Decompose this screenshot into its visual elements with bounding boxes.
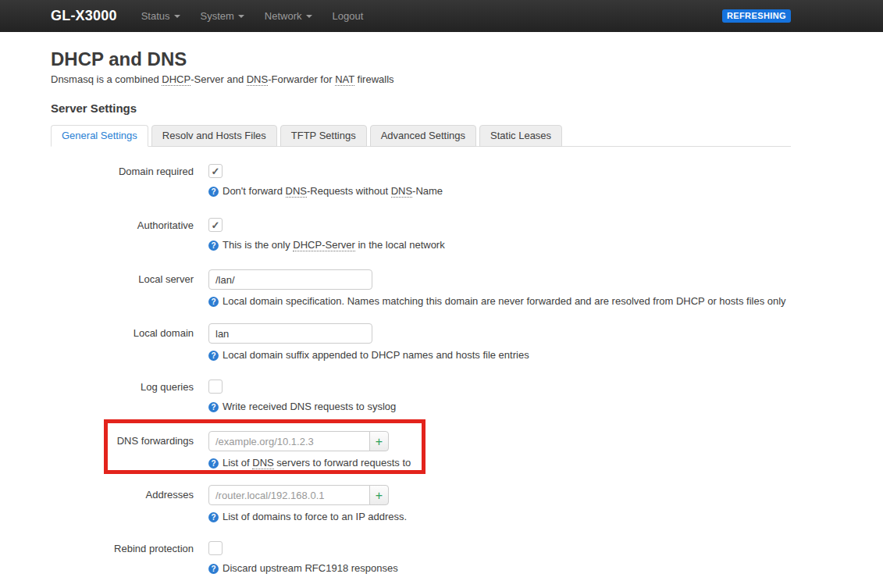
brand-logo[interactable]: GL-X3000 [51, 8, 117, 24]
field-label: Domain required [51, 162, 194, 216]
navbar-container: GL-X3000 Status System Network Logout RE… [51, 0, 791, 32]
field-label: Local server [51, 269, 194, 323]
tab-resolv-and-hosts-files[interactable]: Resolv and Hosts Files [151, 125, 277, 147]
field-row-addresses: Addresses + ?List of domains to force to… [51, 485, 791, 539]
help-text-content: List of DNS servers to forward requests … [223, 457, 411, 469]
checkmark-icon: ✓ [212, 166, 220, 176]
refreshing-status-badge: REFRESHING [722, 9, 791, 23]
help-text: ?This is the only DHCP-Server in the loc… [208, 239, 791, 251]
field-label: Log queries [51, 377, 194, 431]
field-label: Addresses [51, 485, 194, 539]
field-label: Authoritative [51, 216, 194, 269]
help-text: ?Don't forward DNS-Requests without DNS-… [208, 185, 791, 197]
dns-forwardings-input[interactable] [208, 431, 370, 451]
caret-down-icon [174, 15, 180, 18]
checkmark-icon: ✓ [212, 220, 220, 230]
help-text-content: List of domains to force to an IP addres… [223, 511, 407, 522]
field-row-log-queries: Log queries ✓ ?Write received DNS reques… [51, 377, 791, 431]
section-title: Server Settings [51, 102, 791, 115]
help-text: ?List of DNS servers to forward requests… [208, 457, 791, 469]
page-title: DHCP and DNS [51, 48, 791, 70]
caret-down-icon [238, 15, 244, 18]
nav-item-network-label: Network [265, 10, 302, 22]
caret-down-icon [306, 15, 312, 18]
nav-item-system-label: System [201, 10, 234, 22]
tab-tftp-settings[interactable]: TFTP Settings [280, 125, 367, 147]
subtitle-text: firewalls [354, 73, 394, 85]
field-label: DNS forwardings [51, 431, 194, 485]
help-text: ?Local domain suffix appended to DHCP na… [208, 349, 791, 361]
help-text: ?Local domain specification. Names match… [208, 295, 791, 307]
subtitle-text: Dnsmasq is a combined [51, 73, 162, 85]
add-entry-button[interactable]: + [369, 431, 389, 451]
help-text-content: Discard upstream RFC1918 responses [223, 562, 398, 574]
page-subtitle: Dnsmasq is a combined DHCP-Server and DN… [51, 73, 791, 86]
help-text: ?Write received DNS requests to syslog [208, 401, 791, 412]
field-row-local-server: Local server ?Local domain specification… [51, 269, 791, 323]
field-row-local-domain: Local domain ?Local domain suffix append… [51, 323, 791, 377]
tab-static-leases[interactable]: Static Leases [479, 125, 562, 147]
addresses-input-group: + [208, 485, 791, 505]
help-text-content: Don't forward DNS-Requests without DNS-N… [223, 185, 443, 197]
field-row-dns-forwardings: DNS forwardings + ?List of DNS servers t… [51, 431, 791, 485]
abbr-dhcp: DHCP [162, 73, 190, 86]
main-content: DHCP and DNS Dnsmasq is a combined DHCP-… [51, 48, 791, 588]
field-row-rebind-protection: Rebind protection ✓ ?Discard upstream RF… [51, 539, 791, 588]
help-icon: ? [208, 297, 219, 307]
rebind-protection-checkbox[interactable]: ✓ [208, 541, 223, 555]
abbr-dns: DNS [247, 73, 268, 86]
help-icon: ? [208, 402, 219, 412]
tab-advanced-settings[interactable]: Advanced Settings [370, 125, 476, 147]
server-settings-form: Domain required ✓ ?Don't forward DNS-Req… [51, 162, 791, 588]
nav-item-status[interactable]: Status [141, 10, 180, 22]
help-text: ?Discard upstream RFC1918 responses [208, 562, 791, 574]
help-icon: ? [208, 351, 219, 361]
local-server-input[interactable] [208, 269, 372, 290]
help-icon: ? [208, 187, 219, 197]
help-icon: ? [208, 241, 219, 251]
field-row-authoritative: Authoritative ✓ ?This is the only DHCP-S… [51, 216, 791, 269]
field-label: Rebind protection [51, 539, 194, 588]
help-text-content: Write received DNS requests to syslog [223, 401, 396, 412]
abbr-nat: NAT [335, 73, 354, 86]
help-icon: ? [208, 564, 219, 574]
help-icon: ? [208, 458, 219, 469]
domain-required-checkbox[interactable]: ✓ [208, 164, 223, 178]
authoritative-checkbox[interactable]: ✓ [208, 218, 223, 232]
help-icon: ? [208, 512, 219, 522]
top-navbar: GL-X3000 Status System Network Logout RE… [0, 0, 883, 32]
tab-general-settings[interactable]: General Settings [51, 125, 148, 147]
help-text-content: This is the only DHCP-Server in the loca… [223, 239, 445, 251]
local-domain-input[interactable] [208, 323, 372, 344]
field-row-domain-required: Domain required ✓ ?Don't forward DNS-Req… [51, 162, 791, 216]
settings-tab-bar: General Settings Resolv and Hosts Files … [51, 125, 791, 147]
help-text: ?List of domains to force to an IP addre… [208, 511, 791, 522]
nav-item-network[interactable]: Network [265, 10, 312, 22]
add-entry-button[interactable]: + [369, 485, 389, 505]
addresses-input[interactable] [208, 485, 370, 505]
dns-forwardings-input-group: + [208, 431, 791, 451]
help-text-content: Local domain specification. Names matchi… [223, 295, 786, 307]
subtitle-text: -Server and [190, 73, 247, 85]
log-queries-checkbox[interactable]: ✓ [208, 380, 223, 394]
help-text-content: Local domain suffix appended to DHCP nam… [223, 349, 529, 361]
nav-item-system[interactable]: System [201, 10, 244, 22]
nav-item-status-label: Status [141, 10, 170, 22]
nav-item-logout-label: Logout [333, 10, 364, 22]
subtitle-text: -Forwarder for [268, 73, 335, 85]
nav-item-logout[interactable]: Logout [333, 10, 364, 22]
field-label: Local domain [51, 323, 194, 377]
